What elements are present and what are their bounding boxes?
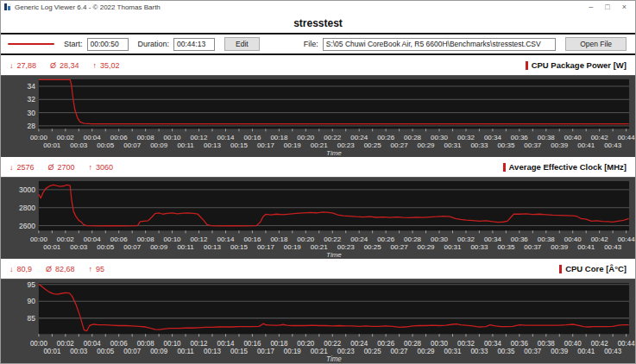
power-chart-title: CPU Package Power [W] xyxy=(532,60,627,70)
svg-text:00:28: 00:28 xyxy=(404,134,422,141)
svg-text:00:36: 00:36 xyxy=(511,339,528,347)
chart-section-temp: ↓80,9 Ø82,68 ↑95 CPU Core [Â°C] 85909500… xyxy=(1,259,635,363)
clock-chart-plot[interactable]: 26002800300000:0000:0100:0200:0300:0400:… xyxy=(1,177,635,259)
svg-text:00:40: 00:40 xyxy=(564,235,582,243)
svg-text:00:30: 00:30 xyxy=(431,235,449,243)
svg-text:00:30: 00:30 xyxy=(431,134,449,141)
app-icon xyxy=(4,3,11,10)
svg-text:00:25: 00:25 xyxy=(364,243,382,251)
svg-text:00:20: 00:20 xyxy=(297,235,315,243)
svg-text:00:30: 00:30 xyxy=(431,339,448,347)
svg-text:00:23: 00:23 xyxy=(337,243,356,251)
temp-chart-plot[interactable]: 85909500:0000:0100:0200:0300:0400:0500:0… xyxy=(1,279,635,363)
svg-text:00:15: 00:15 xyxy=(230,141,249,149)
svg-text:00:28: 00:28 xyxy=(404,339,421,347)
power-chart-plot[interactable]: 2830323400:0000:0100:0200:0300:0400:0500… xyxy=(1,75,635,157)
max-arrow-icon: ↑ xyxy=(89,265,93,273)
svg-text:00:22: 00:22 xyxy=(324,134,342,141)
svg-text:00:22: 00:22 xyxy=(324,339,341,347)
svg-text:00:39: 00:39 xyxy=(551,141,569,149)
svg-text:00:35: 00:35 xyxy=(497,141,515,149)
svg-text:00:01: 00:01 xyxy=(43,348,60,355)
svg-text:00:31: 00:31 xyxy=(444,348,462,355)
svg-text:00:10: 00:10 xyxy=(164,235,182,243)
svg-text:00:07: 00:07 xyxy=(123,348,141,355)
max-arrow-icon: ↑ xyxy=(89,163,93,172)
max-arrow-icon: ↑ xyxy=(93,61,98,70)
svg-text:00:09: 00:09 xyxy=(150,348,167,355)
svg-text:32: 32 xyxy=(27,95,35,104)
min-arrow-icon: ↓ xyxy=(9,61,14,70)
min-arrow-icon: ↓ xyxy=(9,265,14,273)
clock-chart-title: Average Effective Clock [MHz] xyxy=(509,162,627,172)
svg-text:2800: 2800 xyxy=(19,204,35,212)
svg-text:00:44: 00:44 xyxy=(618,339,635,347)
svg-text:00:21: 00:21 xyxy=(311,348,328,355)
svg-text:00:10: 00:10 xyxy=(164,339,181,347)
temp-title-marker-icon xyxy=(559,265,562,273)
svg-text:00:06: 00:06 xyxy=(110,339,128,347)
svg-text:00:04: 00:04 xyxy=(84,339,101,347)
svg-text:00:31: 00:31 xyxy=(444,243,463,251)
svg-text:00:27: 00:27 xyxy=(391,243,409,251)
duration-input[interactable] xyxy=(173,38,215,51)
svg-text:00:26: 00:26 xyxy=(377,134,395,141)
svg-text:00:03: 00:03 xyxy=(70,348,87,355)
svg-text:00:15: 00:15 xyxy=(230,348,248,355)
svg-text:00:02: 00:02 xyxy=(57,339,74,347)
svg-text:00:37: 00:37 xyxy=(524,141,542,149)
chart-section-clock: ↓2576 Ø2700 ↑3060 Average Effective Cloc… xyxy=(1,157,635,259)
svg-text:00:04: 00:04 xyxy=(84,134,102,141)
svg-text:00:06: 00:06 xyxy=(110,134,129,141)
svg-text:00:12: 00:12 xyxy=(191,134,209,141)
svg-text:00:33: 00:33 xyxy=(470,141,488,149)
svg-text:00:24: 00:24 xyxy=(350,339,368,347)
svg-text:00:16: 00:16 xyxy=(243,235,261,243)
window-title: Generic Log Viewer 6.4 - © 2022 Thomas B… xyxy=(15,3,161,11)
svg-text:00:32: 00:32 xyxy=(457,134,475,141)
power-title-marker-icon xyxy=(526,61,528,70)
svg-text:00:40: 00:40 xyxy=(564,339,582,347)
svg-text:95: 95 xyxy=(27,280,35,289)
svg-text:00:09: 00:09 xyxy=(150,243,168,251)
minimize-button[interactable]: – xyxy=(589,3,593,11)
svg-text:28: 28 xyxy=(27,122,35,130)
svg-text:00:34: 00:34 xyxy=(484,134,502,141)
edit-button[interactable]: Edit xyxy=(224,37,260,51)
svg-text:00:13: 00:13 xyxy=(204,141,222,149)
close-button[interactable]: × xyxy=(622,3,627,11)
open-file-button[interactable]: Open File xyxy=(565,37,627,51)
svg-text:00:41: 00:41 xyxy=(577,348,595,355)
start-input[interactable] xyxy=(87,38,129,51)
svg-text:00:18: 00:18 xyxy=(270,339,287,347)
svg-text:34: 34 xyxy=(27,82,35,91)
svg-text:00:25: 00:25 xyxy=(364,141,382,149)
svg-text:00:26: 00:26 xyxy=(377,235,395,243)
svg-text:00:01: 00:01 xyxy=(43,141,61,149)
svg-text:00:14: 00:14 xyxy=(217,235,236,243)
svg-text:00:23: 00:23 xyxy=(337,141,356,149)
svg-text:00:38: 00:38 xyxy=(538,339,555,347)
svg-text:85: 85 xyxy=(27,314,35,323)
svg-text:00:41: 00:41 xyxy=(577,141,595,149)
svg-text:00:29: 00:29 xyxy=(418,243,436,251)
svg-text:00:41: 00:41 xyxy=(577,243,595,251)
svg-text:00:00: 00:00 xyxy=(30,339,47,347)
maximize-button[interactable]: □ xyxy=(605,3,609,11)
svg-text:00:15: 00:15 xyxy=(230,243,249,251)
svg-text:00:28: 00:28 xyxy=(404,235,422,243)
svg-text:00:31: 00:31 xyxy=(444,141,463,149)
svg-text:00:42: 00:42 xyxy=(591,235,609,243)
svg-text:00:19: 00:19 xyxy=(284,243,302,251)
svg-text:00:01: 00:01 xyxy=(43,243,61,251)
svg-text:00:42: 00:42 xyxy=(591,134,609,141)
duration-label: Duration: xyxy=(138,40,170,48)
svg-text:00:25: 00:25 xyxy=(364,348,381,355)
file-path-input[interactable] xyxy=(323,38,556,51)
svg-text:00:37: 00:37 xyxy=(524,348,541,355)
svg-text:00:11: 00:11 xyxy=(177,243,194,251)
svg-text:00:34: 00:34 xyxy=(484,235,502,243)
min-arrow-icon: ↓ xyxy=(9,163,14,172)
svg-text:00:18: 00:18 xyxy=(270,134,288,141)
svg-text:00:43: 00:43 xyxy=(604,348,621,355)
